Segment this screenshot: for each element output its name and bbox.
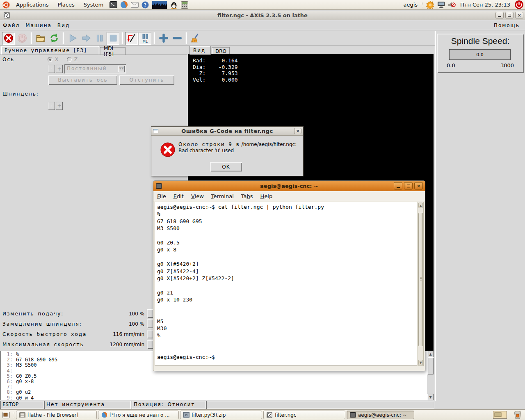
gcode-scrollbar[interactable]: ▲ ▼ (427, 351, 434, 400)
terminal-titlebar[interactable]: aegis@aegis-cnc: ~ × (153, 181, 425, 191)
error-dialog-close-button[interactable]: × (294, 128, 301, 134)
terminal-content[interactable]: aegis@aegis-cnc:~$ cat filter.ngc | pyth… (155, 202, 417, 366)
axis-minimize-button[interactable] (495, 12, 504, 18)
task-firefox[interactable]: [Что я еще не знал о ... (98, 411, 179, 419)
open-folder-icon (36, 33, 46, 43)
skip-lines-icon (127, 33, 137, 43)
feed-override-slider[interactable] (147, 309, 153, 318)
gcode-scrollbar-thumb[interactable] (427, 357, 434, 374)
terminal-menu-tabs[interactable]: Tabs (237, 193, 257, 199)
scroll-up-icon[interactable]: ▲ (427, 351, 434, 357)
reload-file-button[interactable] (48, 32, 60, 45)
spindle-minus-button[interactable]: - (48, 102, 55, 110)
jog-mode-combobox[interactable]: Постоянный ▼▼ (64, 64, 126, 73)
gcode-line[interactable]: 9:g0 w-4 (0, 395, 427, 400)
error-dialog-titlebar[interactable]: Ошибка G-Code на filter.ngc × (151, 127, 303, 136)
jog-speed-slider[interactable] (147, 330, 153, 338)
spindle-override-slider[interactable] (147, 320, 153, 328)
radio-axis-x[interactable] (48, 57, 52, 62)
menu-system[interactable]: System (80, 0, 107, 9)
zoom-in-button[interactable] (157, 32, 170, 45)
home-axis-button[interactable]: Выставить ось (48, 75, 117, 85)
tux-icon[interactable] (169, 1, 178, 9)
help-icon[interactable]: ? (141, 1, 150, 9)
task-terminal[interactable]: aegis@aegis-cnc: ~ (347, 411, 414, 419)
mail-icon[interactable] (130, 1, 139, 9)
stop-program-button[interactable] (107, 32, 119, 45)
terminal-menu-edit[interactable]: Edit (170, 193, 187, 199)
clear-plot-button[interactable] (189, 32, 202, 45)
gcode-line[interactable]: 5:G0 Z0.5 (0, 374, 427, 379)
calculator-icon[interactable] (180, 1, 189, 9)
scroll-down-icon[interactable]: ▼ (418, 360, 423, 365)
zoom-out-button[interactable] (171, 32, 183, 45)
display-settings-icon[interactable] (436, 1, 445, 9)
ubuntu-logo-icon[interactable] (2, 1, 11, 9)
pause-program-button[interactable] (93, 32, 106, 45)
menu-view[interactable]: Вид (55, 23, 73, 28)
terminal-maximize-button[interactable] (404, 182, 413, 189)
jog-minus-button[interactable]: - (48, 65, 55, 73)
volume-muted-icon[interactable] (447, 1, 456, 9)
axis-maximize-button[interactable] (505, 12, 514, 18)
spindle-plus-button[interactable]: + (56, 102, 63, 110)
task-label: filter.ngc (275, 412, 296, 418)
clock-label[interactable]: Птн Сен 25, 23:13 (458, 2, 513, 8)
error-message-detail: Bad character 'u' used (178, 148, 297, 154)
firefox-launcher-icon[interactable] (119, 1, 128, 9)
terminal-scrollbar-thumb[interactable] (418, 213, 423, 346)
terminal-menu-help[interactable]: Help (257, 193, 276, 199)
terminal-menu-view[interactable]: View (187, 193, 208, 199)
optional-pause-toggle-button[interactable]: M1 (139, 32, 151, 45)
axis-close-button[interactable]: × (515, 12, 523, 18)
tab-mdi[interactable]: MDI [F5] (100, 47, 126, 55)
gcode-line[interactable]: 7: (0, 384, 427, 390)
tab-dro[interactable]: DRO (212, 47, 230, 55)
username-label[interactable]: aegis (403, 2, 418, 8)
scroll-down-icon[interactable]: ▼ (427, 394, 434, 400)
ok-button[interactable]: OK (210, 162, 242, 171)
logout-power-button[interactable] (514, 1, 523, 9)
clear-plot-broom-icon (191, 33, 201, 43)
max-velocity-slider[interactable] (147, 340, 153, 349)
gcode-line[interactable]: 6:g0 x-8 (0, 379, 427, 384)
jog-plus-button[interactable]: + (56, 65, 63, 73)
terminal-menu-terminal[interactable]: Terminal (208, 193, 237, 199)
task-file-browser[interactable]: [lathe - File Browser] (16, 411, 97, 419)
jog-mode-value: Постоянный (67, 66, 107, 71)
system-monitor-applet[interactable] (151, 1, 168, 9)
svg-text:M1: M1 (142, 39, 148, 43)
terminal-close-button[interactable]: × (414, 182, 423, 189)
gcode-line[interactable]: 8:g0 u2 (0, 390, 427, 395)
run-program-button[interactable] (66, 32, 79, 45)
terminal-launcher-icon[interactable] (109, 1, 118, 9)
step-program-button[interactable] (80, 32, 92, 45)
tab-manual-control[interactable]: Ручное управление [F3] (1, 46, 99, 55)
touch-off-button[interactable]: Отступить (119, 75, 174, 85)
axis-window-titlebar[interactable]: filter.ngc - AXIS 2.3.5 on lathe × (0, 11, 525, 20)
skip-lines-toggle-button[interactable] (125, 32, 138, 45)
estop-button[interactable] (2, 32, 15, 45)
trash-icon[interactable] (514, 411, 522, 420)
task-axis-filter-ngc[interactable]: filter.ngc (263, 411, 345, 419)
terminal-scrollbar[interactable]: ▲ ▼ (418, 202, 424, 366)
gcode-line-text: g0 x-8 (16, 379, 34, 384)
scroll-up-icon[interactable]: ▲ (418, 203, 423, 208)
menu-file[interactable]: Файл (0, 23, 23, 28)
tab-preview[interactable]: Вид (189, 46, 211, 55)
machine-power-button[interactable] (16, 32, 28, 45)
terminal-menu-file[interactable]: File (153, 193, 170, 199)
task-label: aegis@aegis-cnc: ~ (358, 412, 407, 418)
menu-places[interactable]: Places (54, 0, 78, 9)
menu-applications[interactable]: Applications (12, 0, 52, 9)
menu-machine[interactable]: Машина (23, 23, 55, 28)
workspace-switcher[interactable] (493, 411, 507, 420)
show-desktop-button[interactable] (1, 411, 11, 419)
menu-help[interactable]: Помощь (491, 23, 523, 28)
task-zip-archive[interactable]: filter.py(3).zip (180, 411, 262, 419)
radio-axis-z[interactable] (67, 57, 72, 62)
open-file-button[interactable] (34, 32, 47, 45)
update-notifier-icon[interactable] (426, 1, 435, 9)
max-velocity-label: Максимальная скорость (2, 342, 84, 347)
terminal-minimize-button[interactable] (394, 182, 402, 189)
